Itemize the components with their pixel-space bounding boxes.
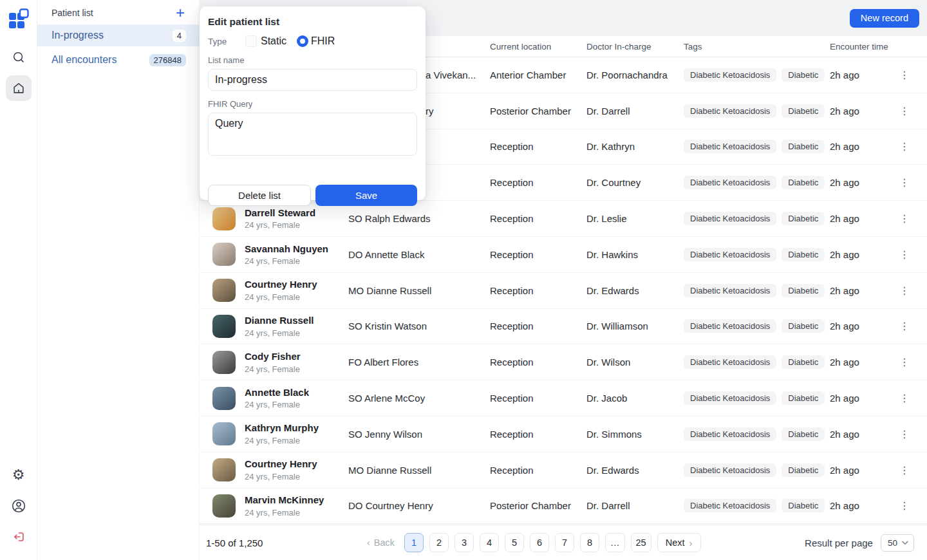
avatar (212, 351, 236, 374)
tag-pill: Diabetic Ketoacidosis (684, 176, 776, 189)
tag-pill: Diabetic Ketoacidosis (684, 427, 776, 441)
col-header-location: Current location (490, 42, 586, 51)
patient-cell: Courtney Henry24 yrs, Female (212, 458, 348, 481)
edit-patient-list-modal: Edit patient list Type Static FHIR List … (200, 6, 426, 200)
page-button-3[interactable]: 3 (454, 533, 474, 552)
save-button[interactable]: Save (315, 185, 417, 206)
row-menu-kebab-icon[interactable]: ⋮ (895, 176, 914, 189)
page-button-4[interactable]: 4 (480, 533, 499, 552)
row-menu-kebab-icon[interactable]: ⋮ (895, 140, 914, 153)
row-menu-kebab-icon[interactable]: ⋮ (895, 392, 914, 404)
tag-pill: Diabetic (782, 463, 825, 477)
attending-cell: DO Courtney Henry (348, 500, 490, 511)
attending-cell: SO Jenny Wilson (348, 429, 490, 440)
patient-meta: 24 yrs, Female (245, 400, 309, 409)
avatar (212, 494, 236, 518)
tag-pill: Diabetic (782, 248, 825, 261)
fhir-option-label[interactable]: FHIR (311, 35, 335, 47)
patient-name: Annette Black (245, 387, 309, 399)
list-name-input[interactable] (208, 69, 417, 91)
row-menu-kebab-icon[interactable]: ⋮ (895, 69, 914, 81)
row-menu-kebab-icon[interactable]: ⋮ (895, 105, 914, 117)
row-menu-kebab-icon[interactable]: ⋮ (895, 285, 914, 297)
table-row[interactable]: Annette Black24 yrs, FemaleSO Arlene McC… (200, 380, 927, 416)
tag-pill: Diabetic Ketoacidosis (684, 140, 776, 153)
table-row[interactable]: Cody Fisher24 yrs, FemaleFO Albert Flore… (200, 344, 927, 380)
fhir-query-textarea[interactable]: Query (208, 113, 417, 156)
patient-name: Marvin McKinney (245, 494, 324, 507)
tag-pill: Diabetic Ketoacidosis (684, 499, 776, 512)
table-row[interactable]: Darrell Steward24 yrs, FemaleSO Ralph Ed… (200, 201, 927, 237)
profile-icon (11, 498, 26, 514)
page-button-8[interactable]: 8 (580, 533, 599, 552)
doctor-cell: Dr. Wilson (586, 357, 684, 368)
sidebar-item-all-encounters[interactable]: All encounters276848 (37, 49, 199, 71)
next-button[interactable]: Next› (657, 533, 701, 552)
sidebar-item-label: All encounters (52, 54, 117, 66)
back-label: Back (374, 537, 395, 548)
table-row[interactable]: Kathryn Murphy24 yrs, FemaleSO Jenny Wil… (200, 416, 927, 453)
static-option-label[interactable]: Static (261, 35, 286, 47)
patient-cell: Cody Fisher24 yrs, Female (212, 351, 348, 374)
row-menu-kebab-icon[interactable]: ⋮ (895, 464, 914, 476)
add-list-button[interactable]: + (174, 6, 186, 19)
sidebar-item-in-progress[interactable]: In-progress4 (37, 24, 199, 46)
location-cell: Posterior Chamber (490, 106, 586, 117)
page-button-1[interactable]: 1 (404, 533, 424, 552)
page-ellipsis[interactable]: … (605, 533, 625, 552)
encounter-time-cell: 2h ago (830, 141, 895, 152)
back-button[interactable]: ‹ Back (367, 537, 395, 548)
app-logo-icon[interactable] (8, 8, 30, 29)
chevron-right-icon: › (689, 537, 693, 548)
row-menu-kebab-icon[interactable]: ⋮ (895, 320, 914, 332)
page-button-5[interactable]: 5 (505, 533, 524, 552)
chevron-down-icon (902, 541, 908, 545)
page-button-25[interactable]: 25 (631, 533, 651, 552)
table-row[interactable]: Courtney Henry24 yrs, FemaleMO Dianne Ru… (200, 273, 927, 309)
encounter-time-cell: 2h ago (830, 500, 895, 511)
static-checkbox[interactable] (245, 35, 257, 47)
table-row[interactable]: Savannah Nguyen24 yrs, FemaleDO Annette … (200, 237, 927, 273)
page-button-2[interactable]: 2 (429, 533, 449, 552)
row-menu-kebab-icon[interactable]: ⋮ (895, 248, 914, 261)
settings-button[interactable]: ⚙ (6, 462, 32, 488)
page-button-6[interactable]: 6 (530, 533, 549, 552)
tags-cell: Diabetic KetoacidosisDiabetic (684, 104, 830, 118)
gear-icon: ⚙ (12, 468, 25, 482)
location-cell: Reception (490, 249, 586, 260)
row-menu-kebab-icon[interactable]: ⋮ (895, 212, 914, 225)
location-cell: Reception (490, 177, 586, 188)
patient-list-title: Patient list (52, 8, 93, 18)
profile-button[interactable] (6, 493, 32, 519)
list-name-label: List name (208, 55, 417, 65)
location-cell: Reception (490, 141, 586, 152)
result-per-page-select[interactable]: 50 (881, 534, 914, 552)
row-menu-kebab-icon[interactable]: ⋮ (895, 428, 914, 440)
doctor-cell: Dr. Edwards (586, 285, 684, 296)
doctor-cell: Dr. Darrell (586, 500, 684, 511)
tags-cell: Diabetic KetoacidosisDiabetic (684, 212, 830, 225)
tags-cell: Diabetic KetoacidosisDiabetic (684, 68, 830, 82)
encounter-time-cell: 2h ago (830, 70, 895, 80)
page-button-7[interactable]: 7 (555, 533, 574, 552)
patient-meta: 24 yrs, Female (245, 472, 317, 481)
table-row[interactable]: Courtney Henry24 yrs, FemaleMO Dianne Ru… (200, 453, 927, 489)
col-header-time: Encounter time (830, 42, 895, 51)
col-header-tags: Tags (684, 42, 830, 51)
delete-list-button[interactable]: Delete list (208, 185, 311, 206)
search-button[interactable] (6, 44, 32, 70)
logout-button[interactable] (6, 524, 32, 550)
new-record-button[interactable]: New record (850, 9, 919, 28)
doctor-cell: Dr. Leslie (586, 213, 684, 224)
row-menu-kebab-icon[interactable]: ⋮ (895, 356, 914, 368)
avatar (212, 458, 236, 481)
home-button[interactable] (6, 75, 32, 101)
tag-pill: Diabetic (782, 319, 825, 333)
table-row[interactable]: Marvin McKinney24 yrs, FemaleDO Courtney… (200, 489, 927, 525)
fhir-radio[interactable] (297, 35, 308, 47)
patient-meta: 24 yrs, Female (245, 328, 314, 338)
row-menu-kebab-icon[interactable]: ⋮ (895, 499, 914, 512)
modal-title: Edit patient list (208, 16, 417, 28)
patient-meta: 24 yrs, Female (245, 220, 315, 230)
table-row[interactable]: Dianne Russell24 yrs, FemaleSO Kristin W… (200, 309, 927, 345)
